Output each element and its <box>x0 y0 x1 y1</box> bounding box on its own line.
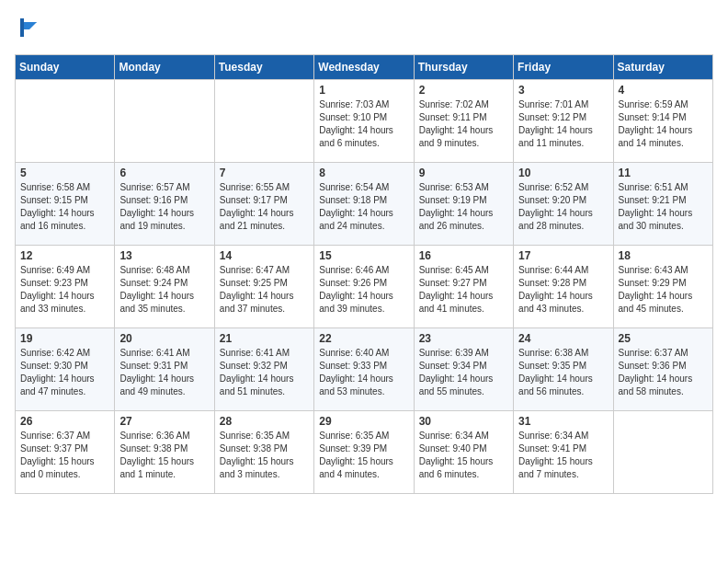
calendar-body: 1Sunrise: 7:03 AM Sunset: 9:10 PM Daylig… <box>16 80 713 494</box>
calendar-cell: 6Sunrise: 6:57 AM Sunset: 9:16 PM Daylig… <box>115 163 214 246</box>
calendar-week-row: 5Sunrise: 6:58 AM Sunset: 9:15 PM Daylig… <box>16 163 713 246</box>
day-number: 29 <box>319 415 408 428</box>
logo-flag-icon <box>17 15 42 40</box>
day-info: Sunrise: 6:34 AM Sunset: 9:40 PM Dayligh… <box>419 430 508 481</box>
weekday-header-thursday: Thursday <box>414 55 513 80</box>
calendar-cell: 29Sunrise: 6:35 AM Sunset: 9:39 PM Dayli… <box>314 411 414 494</box>
day-info: Sunrise: 6:35 AM Sunset: 9:38 PM Dayligh… <box>220 430 309 481</box>
calendar-cell <box>115 80 214 163</box>
calendar-cell: 1Sunrise: 7:03 AM Sunset: 9:10 PM Daylig… <box>314 80 414 163</box>
calendar-cell <box>16 80 115 163</box>
weekday-header-tuesday: Tuesday <box>214 55 313 80</box>
calendar-cell: 20Sunrise: 6:41 AM Sunset: 9:31 PM Dayli… <box>115 328 214 411</box>
calendar-week-row: 26Sunrise: 6:37 AM Sunset: 9:37 PM Dayli… <box>16 411 713 494</box>
page-header <box>15 15 713 45</box>
day-number: 3 <box>518 84 608 97</box>
day-info: Sunrise: 6:44 AM Sunset: 9:28 PM Dayligh… <box>518 264 608 316</box>
day-number: 16 <box>419 249 508 262</box>
calendar-cell: 4Sunrise: 6:59 AM Sunset: 9:14 PM Daylig… <box>613 80 712 163</box>
calendar-cell: 2Sunrise: 7:02 AM Sunset: 9:11 PM Daylig… <box>414 80 513 163</box>
logo <box>15 15 42 45</box>
day-number: 30 <box>419 415 508 428</box>
calendar-cell: 23Sunrise: 6:39 AM Sunset: 9:34 PM Dayli… <box>414 328 513 411</box>
calendar-cell: 10Sunrise: 6:52 AM Sunset: 9:20 PM Dayli… <box>514 163 613 246</box>
calendar-cell: 18Sunrise: 6:43 AM Sunset: 9:29 PM Dayli… <box>613 246 712 328</box>
day-number: 20 <box>119 332 209 345</box>
day-number: 13 <box>119 249 209 262</box>
day-number: 4 <box>619 84 708 97</box>
day-info: Sunrise: 6:49 AM Sunset: 9:23 PM Dayligh… <box>20 264 109 316</box>
calendar-cell <box>214 80 313 163</box>
day-number: 6 <box>119 167 209 179</box>
weekday-header-friday: Friday <box>514 55 613 80</box>
day-info: Sunrise: 6:43 AM Sunset: 9:29 PM Dayligh… <box>619 264 708 316</box>
day-info: Sunrise: 6:41 AM Sunset: 9:31 PM Dayligh… <box>119 347 209 398</box>
day-info: Sunrise: 6:36 AM Sunset: 9:38 PM Dayligh… <box>119 430 209 481</box>
calendar-table: SundayMondayTuesdayWednesdayThursdayFrid… <box>15 54 713 494</box>
calendar-header-row: SundayMondayTuesdayWednesdayThursdayFrid… <box>16 55 713 80</box>
day-info: Sunrise: 6:55 AM Sunset: 9:17 PM Dayligh… <box>220 181 309 233</box>
day-info: Sunrise: 6:54 AM Sunset: 9:18 PM Dayligh… <box>319 181 408 233</box>
day-info: Sunrise: 6:42 AM Sunset: 9:30 PM Dayligh… <box>20 347 109 398</box>
day-number: 12 <box>20 249 109 262</box>
day-number: 19 <box>20 332 109 345</box>
day-number: 31 <box>518 415 608 428</box>
calendar-cell: 22Sunrise: 6:40 AM Sunset: 9:33 PM Dayli… <box>314 328 414 411</box>
calendar-cell: 21Sunrise: 6:41 AM Sunset: 9:32 PM Dayli… <box>214 328 313 411</box>
day-info: Sunrise: 7:03 AM Sunset: 9:10 PM Dayligh… <box>319 98 408 150</box>
day-info: Sunrise: 6:41 AM Sunset: 9:32 PM Dayligh… <box>220 347 309 398</box>
calendar-cell: 7Sunrise: 6:55 AM Sunset: 9:17 PM Daylig… <box>214 163 313 246</box>
day-number: 26 <box>20 415 109 428</box>
calendar-cell: 8Sunrise: 6:54 AM Sunset: 9:18 PM Daylig… <box>314 163 414 246</box>
day-info: Sunrise: 6:58 AM Sunset: 9:15 PM Dayligh… <box>20 181 109 233</box>
day-number: 27 <box>119 415 209 428</box>
calendar-cell: 11Sunrise: 6:51 AM Sunset: 9:21 PM Dayli… <box>613 163 712 246</box>
day-number: 9 <box>419 167 508 179</box>
day-number: 1 <box>319 84 408 97</box>
day-info: Sunrise: 6:51 AM Sunset: 9:21 PM Dayligh… <box>619 181 708 233</box>
day-info: Sunrise: 6:46 AM Sunset: 9:26 PM Dayligh… <box>319 264 408 316</box>
day-number: 17 <box>518 249 608 262</box>
day-number: 8 <box>319 167 408 179</box>
calendar-week-row: 12Sunrise: 6:49 AM Sunset: 9:23 PM Dayli… <box>16 246 713 328</box>
day-number: 21 <box>220 332 309 345</box>
day-info: Sunrise: 6:38 AM Sunset: 9:35 PM Dayligh… <box>518 347 608 398</box>
day-info: Sunrise: 6:59 AM Sunset: 9:14 PM Dayligh… <box>619 98 708 150</box>
day-info: Sunrise: 7:02 AM Sunset: 9:11 PM Dayligh… <box>419 98 508 150</box>
day-number: 22 <box>319 332 408 345</box>
day-info: Sunrise: 6:39 AM Sunset: 9:34 PM Dayligh… <box>419 347 508 398</box>
weekday-header-wednesday: Wednesday <box>314 55 414 80</box>
day-info: Sunrise: 6:48 AM Sunset: 9:24 PM Dayligh… <box>119 264 209 316</box>
day-info: Sunrise: 6:45 AM Sunset: 9:27 PM Dayligh… <box>419 264 508 316</box>
calendar-cell: 12Sunrise: 6:49 AM Sunset: 9:23 PM Dayli… <box>16 246 115 328</box>
day-number: 25 <box>619 332 708 345</box>
day-info: Sunrise: 6:34 AM Sunset: 9:41 PM Dayligh… <box>518 430 608 481</box>
svg-marker-1 <box>24 22 37 29</box>
calendar-cell: 19Sunrise: 6:42 AM Sunset: 9:30 PM Dayli… <box>16 328 115 411</box>
day-info: Sunrise: 6:40 AM Sunset: 9:33 PM Dayligh… <box>319 347 408 398</box>
day-info: Sunrise: 6:47 AM Sunset: 9:25 PM Dayligh… <box>220 264 309 316</box>
calendar-cell: 14Sunrise: 6:47 AM Sunset: 9:25 PM Dayli… <box>214 246 313 328</box>
calendar-cell: 28Sunrise: 6:35 AM Sunset: 9:38 PM Dayli… <box>214 411 313 494</box>
calendar-cell: 16Sunrise: 6:45 AM Sunset: 9:27 PM Dayli… <box>414 246 513 328</box>
day-number: 5 <box>20 167 109 179</box>
calendar-cell: 27Sunrise: 6:36 AM Sunset: 9:38 PM Dayli… <box>115 411 214 494</box>
calendar-cell: 31Sunrise: 6:34 AM Sunset: 9:41 PM Dayli… <box>514 411 613 494</box>
day-info: Sunrise: 6:57 AM Sunset: 9:16 PM Dayligh… <box>119 181 209 233</box>
day-number: 28 <box>220 415 309 428</box>
day-info: Sunrise: 6:37 AM Sunset: 9:37 PM Dayligh… <box>20 430 109 481</box>
day-number: 7 <box>220 167 309 179</box>
calendar-cell: 13Sunrise: 6:48 AM Sunset: 9:24 PM Dayli… <box>115 246 214 328</box>
day-number: 14 <box>220 249 309 262</box>
day-number: 2 <box>419 84 508 97</box>
day-number: 23 <box>419 332 508 345</box>
calendar-cell: 25Sunrise: 6:37 AM Sunset: 9:36 PM Dayli… <box>613 328 712 411</box>
weekday-header-monday: Monday <box>115 55 214 80</box>
calendar-cell: 26Sunrise: 6:37 AM Sunset: 9:37 PM Dayli… <box>16 411 115 494</box>
calendar-cell <box>613 411 712 494</box>
calendar-cell: 17Sunrise: 6:44 AM Sunset: 9:28 PM Dayli… <box>514 246 613 328</box>
weekday-header-sunday: Sunday <box>16 55 115 80</box>
day-info: Sunrise: 6:37 AM Sunset: 9:36 PM Dayligh… <box>619 347 708 398</box>
day-number: 15 <box>319 249 408 262</box>
calendar-cell: 30Sunrise: 6:34 AM Sunset: 9:40 PM Dayli… <box>414 411 513 494</box>
